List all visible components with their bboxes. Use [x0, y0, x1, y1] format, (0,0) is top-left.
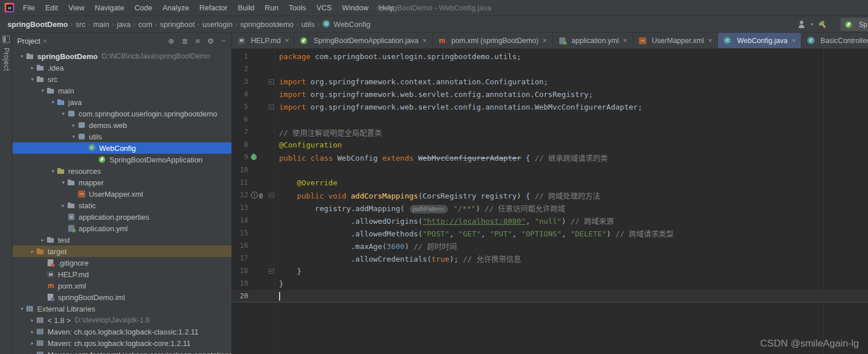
breadcrumb-item-java[interactable]: java [115, 20, 132, 29]
menu-item-file[interactable]: File [18, 0, 40, 16]
menu-item-window[interactable]: Window [337, 0, 374, 16]
menu-item-analyze[interactable]: Analyze [158, 0, 194, 16]
code-line-11[interactable]: 11 @Override [232, 176, 868, 189]
expand-all-icon[interactable]: ≣ [182, 37, 188, 45]
line-number[interactable]: 16 [232, 242, 249, 250]
tree-item-java[interactable]: ▾java [13, 96, 231, 108]
code-line-18[interactable]: 18− } [232, 264, 868, 277]
code-text[interactable]: } [274, 279, 284, 288]
tree-item-external-libraries[interactable]: ▾External Libraries [13, 303, 231, 314]
tree-item-demos-web[interactable]: ▸demos.web [13, 119, 231, 131]
code-line-17[interactable]: 17 .allowCredentials(true); // 允许携带信息 [232, 252, 868, 264]
code-text[interactable]: .allowCredentials(true); // 允许携带信息 [274, 253, 521, 264]
breadcrumb-item-main[interactable]: main [91, 20, 111, 29]
code-line-19[interactable]: 19} [232, 277, 868, 290]
line-number[interactable]: 5 [232, 103, 249, 111]
breadcrumb-item-src[interactable]: src [74, 20, 87, 29]
breadcrumb-item-com[interactable]: com [136, 20, 154, 29]
line-number[interactable]: 6 [232, 115, 249, 123]
menu-item-refactor[interactable]: Refactor [194, 0, 233, 16]
line-number[interactable]: 19 [232, 279, 249, 287]
menu-item-tools[interactable]: Tools [284, 0, 311, 16]
code-text[interactable]: @Configuration [274, 141, 342, 149]
tree-chevron-icon[interactable]: ▸ [39, 237, 46, 243]
line-number[interactable]: 10 [232, 166, 249, 174]
breadcrumb-item-webconfig[interactable]: WebConfig [320, 20, 372, 29]
breadcrumb-item-springbootdemo[interactable]: springbootdemo [238, 20, 295, 29]
tree-chevron-icon[interactable]: ▾ [60, 180, 67, 185]
spring-bean-icon[interactable] [250, 153, 258, 161]
tree-chevron-icon[interactable]: ▾ [60, 111, 67, 116]
tree-chevron-icon[interactable]: ▾ [18, 306, 26, 312]
code-line-13[interactable]: 13 registry.addMapping( pathPattern: "/*… [232, 201, 868, 214]
code-line-8[interactable]: 8@Configuration [232, 138, 868, 151]
code-text[interactable]: // 使用注解说明是全局配置类 [274, 127, 382, 138]
code-text[interactable] [274, 291, 280, 301]
tree-item-application-yml[interactable]: application.yml [13, 223, 231, 234]
tree-item-pom-xml[interactable]: pom.xml [13, 280, 231, 291]
line-number[interactable]: 7 [232, 128, 249, 136]
tree-chevron-icon[interactable]: ▾ [49, 99, 57, 105]
line-number[interactable]: 1 [232, 52, 249, 60]
locate-file-icon[interactable]: ⊕ [168, 37, 174, 45]
line-number[interactable]: 17 [232, 254, 249, 262]
tab-close-icon[interactable]: × [285, 36, 289, 45]
override-method-icon[interactable] [251, 192, 258, 199]
tree-item-static[interactable]: ▸static [13, 200, 231, 211]
settings-gear-icon[interactable]: ⚙ [207, 37, 214, 45]
code-line-12[interactable]: 12− public void addCorsMappings(CorsRegi… [232, 189, 868, 201]
editor-code-area[interactable]: 1package com.springboot.userlogin.spring… [232, 49, 868, 354]
fold-icon[interactable]: − [269, 193, 274, 198]
tree-item-gitignore[interactable]: .gitignore [13, 257, 231, 269]
code-line-16[interactable]: 16 .maxAge(3600) // 超时时间 [232, 239, 868, 252]
tab-usermapper-xml[interactable]: UserMapper.xml× [633, 33, 718, 48]
breadcrumb-item-utils[interactable]: utils [300, 20, 316, 29]
menu-item-build[interactable]: Build [233, 0, 260, 16]
tree-chevron-icon[interactable]: ▸ [60, 203, 67, 208]
line-number[interactable]: 8 [232, 141, 249, 149]
build-hammer-icon[interactable] [818, 20, 827, 29]
code-text[interactable]: .allowedMethods("POST", "GET", "PUT", "O… [274, 228, 674, 239]
line-number[interactable]: 2 [232, 65, 249, 73]
menu-item-code[interactable]: Code [129, 0, 158, 16]
code-line-1[interactable]: 1package com.springboot.userlogin.spring… [232, 50, 868, 63]
project-tool-window-icon[interactable] [2, 36, 10, 43]
menu-item-vcs[interactable]: VCS [311, 0, 337, 16]
menu-item-run[interactable]: Run [260, 0, 284, 16]
tab-pom-xml-springbootdemo[interactable]: pom.xml (springBootDemo)× [433, 33, 553, 48]
line-number[interactable]: 18 [232, 267, 249, 275]
tree-chevron-icon[interactable]: ▸ [29, 329, 36, 334]
breadcrumb-item-springboot[interactable]: springboot [158, 20, 197, 29]
tree-item-idea[interactable]: ▸.idea [13, 62, 231, 73]
code-line-9[interactable]: 9public class WebConfig extends WebMvcCo… [232, 151, 868, 164]
code-line-5[interactable]: 5−import org.springframework.web.servlet… [232, 100, 868, 113]
tab-close-icon[interactable]: × [791, 36, 796, 45]
fold-icon[interactable]: − [269, 79, 274, 84]
project-panel-title[interactable]: Project [17, 37, 40, 45]
run-configuration-button[interactable]: Sp [840, 18, 868, 31]
tab-close-icon[interactable]: × [543, 36, 547, 45]
tree-chevron-icon[interactable]: ▾ [49, 168, 57, 174]
tree-chevron-icon[interactable]: ▸ [29, 248, 36, 254]
code-line-7[interactable]: 7// 使用注解说明是全局配置类 [232, 126, 868, 138]
tab-help-md[interactable]: HELP.md× [232, 33, 294, 48]
tree-chevron-icon[interactable]: ▸ [70, 122, 77, 128]
line-number[interactable]: 9 [232, 153, 249, 161]
code-text[interactable]: .allowedOrigins("http://localhost:8080",… [274, 215, 614, 226]
breadcrumb-item-userlogin[interactable]: userlogin [201, 20, 234, 29]
breadcrumb-item-springbootdemo[interactable]: springBootDemo [6, 20, 69, 29]
project-strip-label[interactable]: Project [2, 48, 10, 71]
tree-chevron-icon[interactable]: ▸ [29, 352, 36, 354]
code-line-10[interactable]: 10 [232, 164, 868, 176]
code-line-3[interactable]: 3−import org.springframework.context.ann… [232, 75, 868, 88]
tree-item-maven-ch-qos-logback-logback-classic-1-2-11[interactable]: ▸Maven: ch.qos.logback:logback-classic:1… [13, 326, 231, 337]
line-number[interactable]: 4 [232, 90, 249, 98]
line-number[interactable]: 3 [232, 77, 249, 85]
tree-item-springbootdemo-iml[interactable]: springBootDemo.iml [13, 291, 231, 303]
chevron-down-icon[interactable]: ∨ [43, 38, 46, 44]
line-number[interactable]: 12 [232, 191, 249, 199]
fold-icon[interactable]: − [269, 269, 274, 274]
code-text[interactable]: public class WebConfig extends WebMvcCon… [274, 152, 608, 163]
menu-item-edit[interactable]: Edit [40, 0, 63, 16]
tree-chevron-icon[interactable]: ▾ [18, 53, 26, 59]
